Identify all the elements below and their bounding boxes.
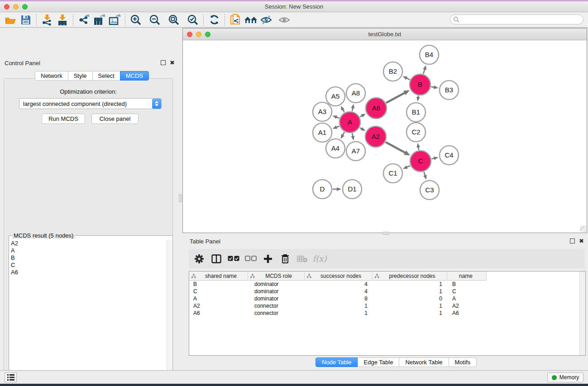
table-cell[interactable]: 8 <box>305 295 373 302</box>
deselect-all-button[interactable] <box>242 251 259 267</box>
graph-node-A2[interactable]: A2 <box>365 126 386 147</box>
zoom-fit-button[interactable] <box>166 13 182 27</box>
horizontal-splitter-handle[interactable] <box>382 232 389 235</box>
result-scrollbar[interactable] <box>167 240 172 386</box>
network-window-titlebar[interactable]: testGlobe.txt <box>183 29 587 40</box>
graph-node-A6[interactable]: A6 <box>366 98 387 119</box>
table-cell[interactable]: dominator <box>248 288 305 295</box>
run-mcds-button[interactable]: Run MCDS <box>42 114 85 124</box>
import-table-button[interactable] <box>55 13 70 27</box>
graph-node-A7[interactable]: A7 <box>346 142 365 161</box>
optimization-criterion-dropdown[interactable]: largest connected component (directed) <box>19 98 162 109</box>
table-cell[interactable]: A2 <box>189 302 248 310</box>
graph-node-A1[interactable]: A1 <box>313 123 332 142</box>
zoom-selected-button[interactable] <box>185 13 201 27</box>
tab-node-table[interactable]: Node Table <box>316 357 358 367</box>
graph-node-B[interactable]: B <box>410 74 430 95</box>
import-network-button[interactable] <box>39 13 55 27</box>
table-cell[interactable]: B <box>189 281 248 288</box>
column-header-predecessor-nodes[interactable]: predecessor nodes <box>373 272 447 281</box>
duplicate-network-button[interactable] <box>228 13 243 27</box>
table-cell[interactable]: 1 <box>373 310 447 317</box>
table-scrollbar[interactable] <box>579 272 585 355</box>
graph-node-D1[interactable]: D1 <box>343 180 362 199</box>
mcds-result-item[interactable]: A6 <box>10 269 166 276</box>
column-header-MCDS-role[interactable]: MCDS role <box>248 272 305 281</box>
memory-button[interactable]: Memory <box>547 372 583 382</box>
vertical-splitter-handle[interactable] <box>179 194 182 202</box>
graph-node-C3[interactable]: C3 <box>420 181 439 200</box>
table-cell[interactable]: 0 <box>373 295 447 302</box>
export-network-button[interactable] <box>76 13 91 27</box>
graph-node-A5[interactable]: A5 <box>326 87 345 106</box>
table-cell[interactable]: B <box>447 281 487 288</box>
graph-node-C4[interactable]: C4 <box>440 146 459 165</box>
graph-edge-A2-C[interactable] <box>386 142 406 153</box>
graph-node-A8[interactable]: A8 <box>346 84 365 103</box>
apply-layout-button[interactable] <box>206 13 222 27</box>
graph-node-C1[interactable]: C1 <box>383 164 402 183</box>
show-columns-button[interactable] <box>208 251 225 267</box>
column-header-name[interactable]: name <box>447 272 487 281</box>
column-header-successor-nodes[interactable]: successor nodes <box>305 272 373 281</box>
network-canvas[interactable]: B4B2BB3A8A5A6A3B1AC2A1A2A4A7C4CC1C3DD1 <box>183 40 587 233</box>
table-cell[interactable]: C <box>189 288 248 295</box>
table-cell[interactable]: C <box>447 288 487 295</box>
table-cell[interactable]: 4 <box>305 288 373 295</box>
float-table-panel-icon[interactable] <box>570 238 575 243</box>
mcds-result-item[interactable]: A <box>10 247 166 254</box>
mcds-result-item[interactable]: B <box>10 254 166 262</box>
tab-edge-table[interactable]: Edge Table <box>358 357 400 367</box>
graph-node-A3[interactable]: A3 <box>313 102 332 121</box>
table-cell[interactable]: 1 <box>373 281 447 288</box>
zoom-out-button[interactable] <box>147 13 163 27</box>
table-cell[interactable]: 1 <box>373 302 447 310</box>
table-cell[interactable]: dominator <box>248 281 305 288</box>
tab-network-table[interactable]: Network Table <box>399 357 449 367</box>
task-history-button[interactable] <box>5 372 17 382</box>
search-input[interactable] <box>450 14 583 24</box>
zoom-in-button[interactable] <box>128 13 143 27</box>
window-resize-grip[interactable] <box>580 226 586 232</box>
table-cell[interactable]: A2 <box>447 302 487 310</box>
close-table-panel-icon[interactable]: ✖ <box>579 238 584 243</box>
graph-node-C2[interactable]: C2 <box>406 123 425 142</box>
graph-node-A[interactable]: A <box>339 112 360 133</box>
tab-motifs[interactable]: Motifs <box>449 357 477 367</box>
float-panel-icon[interactable] <box>161 60 166 65</box>
table-row[interactable]: A2connector11A2 <box>189 302 579 310</box>
close-panel-button[interactable]: Close panel <box>91 114 139 124</box>
tab-style[interactable]: Style <box>68 71 93 81</box>
table-row[interactable]: A6connector11A6 <box>189 310 579 317</box>
tab-mcds[interactable]: MCDS <box>120 71 149 81</box>
table-cell[interactable]: 1 <box>305 302 373 310</box>
table-cell[interactable]: A6 <box>189 310 248 317</box>
open-file-button[interactable] <box>3 13 18 27</box>
table-cell[interactable]: connector <box>248 310 305 317</box>
tab-select[interactable]: Select <box>92 71 120 81</box>
table-cell[interactable]: A <box>189 295 248 302</box>
hide-selected-button[interactable] <box>258 13 274 27</box>
graph-node-B2[interactable]: B2 <box>383 62 402 81</box>
close-panel-icon[interactable]: ✖ <box>170 60 175 65</box>
delete-column-button[interactable] <box>277 251 294 267</box>
mcds-result-item[interactable]: C <box>10 262 166 269</box>
table-row[interactable]: Bdominator41B <box>189 281 579 288</box>
export-table-button[interactable] <box>91 13 107 27</box>
mcds-result-item[interactable]: A2 <box>10 240 166 247</box>
graph-node-A4[interactable]: A4 <box>326 139 345 158</box>
first-neighbors-button[interactable] <box>243 13 258 27</box>
table-row[interactable]: Cdominator41C <box>189 288 579 295</box>
table-cell[interactable]: connector <box>248 302 305 310</box>
table-row[interactable]: Adominator80A <box>189 295 579 302</box>
select-all-button[interactable] <box>225 251 242 267</box>
show-all-button[interactable] <box>277 13 292 27</box>
graph-node-D[interactable]: D <box>313 180 332 199</box>
table-cell[interactable]: 1 <box>373 288 447 295</box>
graph-node-C[interactable]: C <box>410 151 431 172</box>
tab-network[interactable]: Network <box>35 71 68 81</box>
graph-node-B1[interactable]: B1 <box>406 103 425 122</box>
table-cell[interactable]: dominator <box>248 295 305 302</box>
graph-node-B4[interactable]: B4 <box>420 45 439 64</box>
table-options-button[interactable] <box>191 251 208 267</box>
